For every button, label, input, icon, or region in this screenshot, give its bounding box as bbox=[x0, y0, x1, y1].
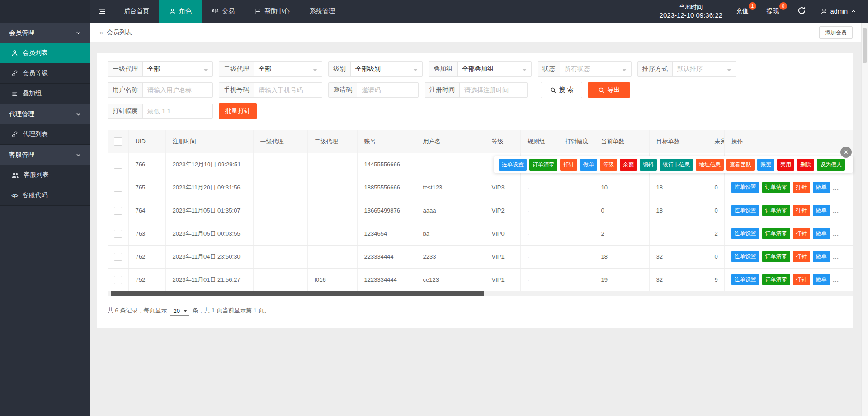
filter-select-label: 一级代理 bbox=[108, 62, 143, 76]
row-action-2-button[interactable]: 打针 bbox=[793, 251, 810, 262]
refresh-icon[interactable] bbox=[797, 6, 806, 17]
popup-action-13-button[interactable]: 设为假人 bbox=[817, 159, 845, 171]
nav-item-4[interactable]: 系统管理 bbox=[300, 0, 345, 23]
popup-action-6-button[interactable]: 编辑 bbox=[640, 159, 657, 171]
row-action-0-button[interactable]: 连单设置 bbox=[731, 251, 760, 262]
popup-action-10-button[interactable]: 账变 bbox=[757, 159, 774, 171]
filter-input-1[interactable]: 手机号码 bbox=[219, 82, 322, 98]
filter-select-label: 级别 bbox=[329, 62, 351, 76]
row-action-1-button[interactable]: 订单清零 bbox=[762, 274, 790, 285]
sidebar-item-1-0[interactable]: 代理列表 bbox=[0, 124, 90, 145]
popup-action-1-button[interactable]: 订单清零 bbox=[529, 159, 557, 171]
row-action-0-button[interactable]: 连单设置 bbox=[731, 205, 760, 216]
search-button[interactable]: 搜 索 bbox=[541, 82, 582, 98]
more-actions-button[interactable]: … bbox=[833, 184, 839, 191]
vertical-scrollbar-thumb[interactable] bbox=[863, 28, 867, 63]
nav-item-label: 角色 bbox=[179, 7, 192, 15]
row-actions: 连单设置订单清零打针做单… bbox=[731, 251, 853, 262]
popup-action-8-button[interactable]: 地址信息 bbox=[696, 159, 724, 171]
column-header-0: UID bbox=[128, 130, 165, 153]
filter-select-3[interactable]: 叠加组全部叠加组 bbox=[429, 61, 532, 77]
cell-account: 223334444 bbox=[357, 245, 416, 268]
row-action-0-button[interactable]: 连单设置 bbox=[731, 228, 760, 239]
withdraw-button[interactable]: 提现 0 bbox=[767, 7, 779, 15]
nav-item-0[interactable]: 后台首页 bbox=[114, 0, 159, 23]
popup-action-7-button[interactable]: 银行卡信息 bbox=[660, 159, 693, 171]
filter-input-field-3[interactable] bbox=[460, 83, 527, 97]
popup-action-11-button[interactable]: 禁用 bbox=[777, 159, 794, 171]
row-action-1-button[interactable]: 订单清零 bbox=[762, 182, 790, 193]
sidebar-group-2[interactable]: 客服管理 bbox=[0, 145, 90, 165]
row-checkbox[interactable] bbox=[114, 161, 122, 169]
filter-select-5[interactable]: 排序方式默认排序 bbox=[637, 61, 736, 77]
row-action-3-button[interactable]: 做单 bbox=[813, 228, 830, 239]
row-action-2-button[interactable]: 打针 bbox=[793, 205, 810, 216]
more-actions-button[interactable]: … bbox=[833, 276, 839, 284]
hamburger-icon[interactable] bbox=[90, 0, 114, 23]
filter-select-2[interactable]: 级别全部级别 bbox=[328, 61, 423, 77]
recharge-button[interactable]: 充值 1 bbox=[736, 7, 749, 15]
row-action-3-button[interactable]: 做单 bbox=[813, 182, 830, 193]
row-action-1-button[interactable]: 订单清零 bbox=[762, 205, 790, 216]
column-header-12: 操作 bbox=[724, 130, 853, 153]
horizontal-scrollbar-thumb[interactable] bbox=[111, 291, 484, 296]
popup-action-5-button[interactable]: 余额 bbox=[620, 159, 637, 171]
row-action-3-button[interactable]: 做单 bbox=[813, 274, 830, 285]
sidebar-item-2-0[interactable]: 客服列表 bbox=[0, 165, 90, 185]
filter-select-1[interactable]: 二级代理全部 bbox=[219, 61, 322, 77]
nav-item-3[interactable]: 帮助中心 bbox=[245, 0, 300, 23]
row-action-1-button[interactable]: 订单清零 bbox=[762, 251, 790, 262]
popup-action-0-button[interactable]: 连单设置 bbox=[499, 159, 527, 171]
popup-action-2-button[interactable]: 打针 bbox=[560, 159, 577, 171]
row-action-2-button[interactable]: 打针 bbox=[793, 182, 810, 193]
popup-action-9-button[interactable]: 查看团队 bbox=[726, 159, 755, 171]
filter-input-field-2[interactable] bbox=[357, 83, 418, 97]
filter-select-0[interactable]: 一级代理全部 bbox=[108, 61, 213, 77]
row-action-1-button[interactable]: 订单清零 bbox=[762, 228, 790, 239]
more-actions-button[interactable]: … bbox=[833, 253, 839, 260]
sidebar-group-1[interactable]: 代理管理 bbox=[0, 104, 90, 124]
cell-reg_time: 2023年11月05日 00:03:55 bbox=[165, 222, 253, 245]
add-member-button[interactable]: 添加会员 bbox=[819, 26, 853, 39]
row-action-2-button[interactable]: 打针 bbox=[793, 274, 810, 285]
batch-inject-button[interactable]: 批量打针 bbox=[219, 103, 257, 119]
row-action-3-button[interactable]: 做单 bbox=[813, 251, 830, 262]
filter-select-4[interactable]: 状态所有状态 bbox=[538, 61, 632, 77]
sidebar-group-0[interactable]: 会员管理 bbox=[0, 23, 90, 43]
row-checkbox[interactable] bbox=[114, 184, 122, 192]
cell-uid: 763 bbox=[128, 222, 165, 245]
more-actions-button[interactable]: … bbox=[833, 207, 839, 214]
filter-input-field-0[interactable] bbox=[143, 83, 212, 97]
popup-close-button[interactable]: ✕ bbox=[840, 147, 852, 158]
popup-action-4-button[interactable]: 等级 bbox=[600, 159, 617, 171]
popup-action-3-button[interactable]: 做单 bbox=[580, 159, 597, 171]
row-checkbox[interactable] bbox=[114, 207, 122, 215]
filter-input-field-1[interactable] bbox=[254, 83, 322, 97]
popup-action-12-button[interactable]: 删除 bbox=[797, 159, 814, 171]
row-action-2-button[interactable]: 打针 bbox=[793, 228, 810, 239]
row-checkbox[interactable] bbox=[114, 230, 122, 238]
user-menu[interactable]: admin bbox=[821, 8, 856, 15]
row-checkbox[interactable] bbox=[114, 253, 122, 261]
more-actions-button[interactable]: … bbox=[833, 230, 839, 237]
nav-item-1[interactable]: 角色 bbox=[159, 0, 202, 23]
row-action-3-button[interactable]: 做单 bbox=[813, 205, 830, 216]
row-action-0-button[interactable]: 连单设置 bbox=[731, 182, 760, 193]
row-checkbox[interactable] bbox=[114, 276, 122, 284]
filter-input-0[interactable]: 用户名称 bbox=[108, 82, 213, 98]
sidebar-item-0-2[interactable]: 叠加组 bbox=[0, 84, 90, 104]
inject-range-field[interactable]: 打针幅度 bbox=[108, 104, 213, 119]
page-size-select[interactable]: 20 bbox=[170, 306, 189, 316]
inject-range-input[interactable] bbox=[143, 104, 212, 118]
nav-item-2[interactable]: 交易 bbox=[202, 0, 245, 23]
sidebar-item-2-1[interactable]: </>客服代码 bbox=[0, 185, 90, 206]
person-icon bbox=[821, 8, 827, 15]
row-action-0-button[interactable]: 连单设置 bbox=[731, 274, 760, 285]
sidebar-item-0-0[interactable]: 会员列表 bbox=[0, 43, 90, 63]
select-all-checkbox[interactable] bbox=[114, 137, 122, 146]
cell-username bbox=[416, 153, 485, 176]
export-button[interactable]: 导出 bbox=[588, 82, 630, 98]
sidebar-item-0-1[interactable]: 会员等级 bbox=[0, 63, 90, 84]
filter-input-3[interactable]: 注册时间 bbox=[425, 82, 528, 98]
filter-input-2[interactable]: 邀请码 bbox=[328, 82, 419, 98]
